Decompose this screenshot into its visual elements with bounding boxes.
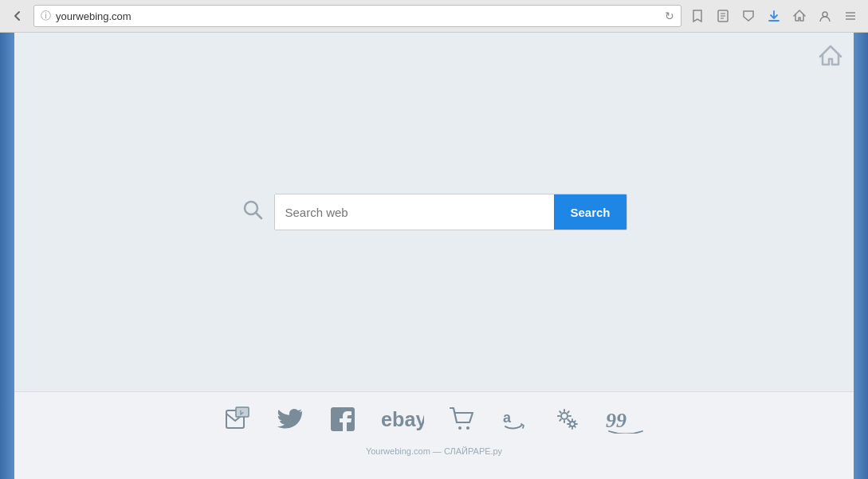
cart-icon xyxy=(448,405,477,434)
shortcut-cart[interactable] xyxy=(448,405,477,434)
back-button[interactable] xyxy=(6,5,29,27)
svg-text:99: 99 xyxy=(606,409,626,432)
reader-button[interactable] xyxy=(712,5,734,27)
address-bar[interactable] xyxy=(56,10,660,22)
svg-point-17 xyxy=(561,413,568,419)
shortcut-amazon[interactable]: a xyxy=(501,405,529,434)
search-input-wrap: Search xyxy=(274,194,626,230)
amazon-icon: a xyxy=(501,405,529,434)
twitter-icon xyxy=(276,405,304,434)
search-icon xyxy=(241,198,265,222)
main-area: Search xyxy=(14,33,854,391)
svg-point-15 xyxy=(466,426,469,430)
home-icon-wrap xyxy=(817,42,844,75)
bookmark-button[interactable] xyxy=(686,5,709,27)
nav-buttons xyxy=(6,5,29,27)
browser-chrome: ⓘ ↻ xyxy=(0,0,868,33)
home-page-icon xyxy=(817,48,844,74)
download-button[interactable] xyxy=(763,5,785,27)
account-button[interactable] xyxy=(814,5,836,27)
svg-line-10 xyxy=(256,213,261,218)
svg-point-14 xyxy=(458,426,461,430)
search-icon-wrap xyxy=(241,198,265,227)
facebook-icon xyxy=(328,405,357,434)
search-input[interactable] xyxy=(275,194,554,230)
pocket-button[interactable] xyxy=(737,5,760,27)
settings-icon xyxy=(553,405,582,434)
shortcut-icons: ebay a xyxy=(223,405,646,434)
shortcut-ebay[interactable]: ebay xyxy=(381,405,424,434)
address-bar-wrap: ⓘ ↻ xyxy=(33,5,681,27)
refresh-button[interactable]: ↻ xyxy=(665,10,674,22)
page-content: Search xyxy=(0,33,868,479)
outlook-icon xyxy=(223,405,252,434)
search-container: Search xyxy=(241,194,626,230)
shortcut-facebook[interactable] xyxy=(328,405,357,434)
ninety-nine-icon: 99 xyxy=(606,405,646,434)
bottom-bar: ebay a xyxy=(14,391,854,479)
home-nav-button[interactable] xyxy=(788,5,811,27)
shortcut-settings[interactable] xyxy=(553,405,582,434)
svg-rect-12 xyxy=(236,407,249,417)
search-button[interactable]: Search xyxy=(554,194,626,230)
svg-point-5 xyxy=(823,12,827,17)
browser-actions xyxy=(686,5,862,27)
shortcut-outlook[interactable] xyxy=(223,405,252,434)
menu-button[interactable] xyxy=(839,5,862,27)
info-icon: ⓘ xyxy=(41,9,51,23)
footer: Yourwebing.com — СЛАЙРАРЕ.ру xyxy=(366,443,502,459)
svg-text:ebay: ebay xyxy=(381,408,424,430)
shortcut-99[interactable]: 99 xyxy=(606,405,646,434)
ebay-icon: ebay xyxy=(381,405,424,434)
shortcut-twitter[interactable] xyxy=(276,405,304,434)
svg-text:a: a xyxy=(503,410,512,426)
